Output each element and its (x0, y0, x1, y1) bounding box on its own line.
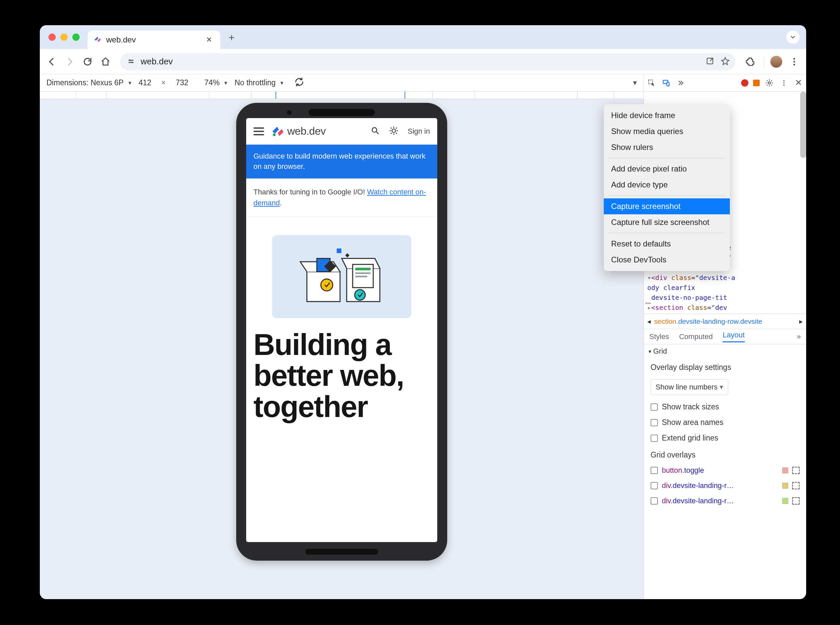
hero-heading: Building a better web, together (254, 330, 430, 423)
tab-close-icon[interactable]: ✕ (205, 36, 213, 44)
svg-point-3 (793, 58, 795, 59)
settings-icon[interactable] (764, 78, 774, 88)
context-menu-item[interactable]: Add device pixel ratio (604, 161, 730, 177)
checkbox[interactable] (650, 482, 658, 489)
checkbox-label: Extend grid lines (662, 434, 718, 443)
page-content[interactable]: web.dev Sign in Guidance to build modern… (246, 118, 437, 542)
close-devtools-icon[interactable]: ✕ (793, 78, 804, 88)
window-controls (48, 34, 79, 41)
checkbox-row[interactable]: Show track sizes (644, 399, 806, 415)
device-toolbar-more[interactable]: ▾ (633, 78, 637, 87)
context-menu-item[interactable]: Show media queries (604, 123, 730, 139)
menu-icon[interactable] (254, 127, 264, 135)
checkbox[interactable] (650, 435, 658, 442)
context-menu-item[interactable]: Close DevTools (604, 252, 730, 268)
site-logo[interactable]: web.dev (271, 124, 326, 138)
close-window-button[interactable] (48, 34, 56, 41)
zoom-select[interactable]: 74% (204, 78, 227, 87)
checkbox[interactable] (650, 403, 658, 411)
scrollbar[interactable] (800, 92, 806, 158)
device-toolbar: Dimensions: Nexus 6P 412 × 732 74% No th… (40, 74, 644, 92)
device-toolbar-context-menu: Hide device frameShow media queriesShow … (604, 104, 730, 271)
back-button[interactable] (44, 54, 60, 70)
minimize-window-button[interactable] (61, 34, 68, 41)
rotate-icon[interactable] (294, 77, 305, 89)
throttling-select[interactable]: No throttling (235, 78, 283, 87)
device-height[interactable]: 732 (176, 78, 188, 87)
svg-point-11 (321, 279, 333, 291)
checkbox-row[interactable]: Extend grid lines (644, 430, 806, 446)
warning-badge[interactable] (753, 79, 760, 86)
share-icon[interactable] (706, 57, 714, 67)
tabs-overflow-button[interactable] (786, 31, 800, 44)
context-menu-item[interactable]: Capture screenshot (604, 198, 730, 214)
svg-rect-16 (355, 276, 367, 277)
new-tab-button[interactable]: ＋ (227, 33, 236, 42)
forward-button[interactable] (62, 54, 78, 70)
inspect-icon[interactable] (647, 78, 656, 88)
context-menu-item[interactable]: Add device type (604, 177, 730, 193)
hero: Building a better web, together (246, 330, 437, 423)
svg-point-17 (355, 289, 365, 300)
device-mode-icon[interactable] (661, 78, 671, 88)
profile-avatar[interactable] (770, 56, 782, 68)
overlay-row[interactable]: div.devsite-landing-r… (644, 493, 806, 508)
line-numbers-select[interactable]: Show line numbers (650, 379, 728, 395)
context-menu-item[interactable]: Show rulers (604, 139, 730, 155)
home-button[interactable] (98, 54, 114, 70)
context-menu-item[interactable]: Capture full size screenshot (604, 214, 730, 230)
checkbox[interactable] (650, 467, 658, 474)
earpiece (308, 109, 375, 116)
highlight-icon[interactable] (792, 497, 800, 505)
fullscreen-window-button[interactable] (72, 34, 79, 41)
overlay-row[interactable]: div.devsite-landing-r… (644, 478, 806, 493)
styles-tabs: Styles Computed Layout » (644, 329, 806, 344)
color-swatch[interactable] (782, 483, 788, 489)
highlight-icon[interactable] (792, 482, 800, 489)
bc-right-icon[interactable]: ▸ (799, 317, 803, 325)
browser-tab[interactable]: web.dev ✕ (87, 31, 220, 49)
overlay-settings-label: Overlay display settings (644, 358, 806, 375)
highlight-icon[interactable] (792, 467, 800, 474)
checkbox-row[interactable]: Show area names (644, 415, 806, 430)
overlay-row[interactable]: button.toggle (644, 463, 806, 478)
bc-left-icon[interactable]: ◂ (647, 317, 651, 325)
ruler-horizontal (40, 92, 644, 99)
notice-suffix: . (280, 199, 282, 207)
elements-breadcrumb[interactable]: ◂ section.devsite-landing-row.devsite ▸ (644, 314, 806, 329)
svg-point-4 (793, 61, 795, 62)
omnibox[interactable]: web.dev (120, 53, 736, 70)
notice-text: Thanks for tuning in to Google I/O! (254, 188, 367, 196)
device-select[interactable]: Dimensions: Nexus 6P (47, 78, 131, 87)
error-badge[interactable] (741, 79, 748, 87)
device-width[interactable]: 412 (138, 78, 151, 87)
tabs-overflow-icon[interactable] (676, 78, 686, 88)
sign-in-link[interactable]: Sign in (408, 127, 430, 136)
svg-rect-15 (355, 272, 370, 274)
devtools-menu-icon[interactable] (779, 78, 789, 88)
bookmark-icon[interactable] (721, 57, 730, 67)
color-swatch[interactable] (782, 467, 788, 473)
svg-point-26 (783, 84, 785, 86)
reload-button[interactable] (79, 54, 96, 70)
tab-styles[interactable]: Styles (649, 333, 669, 341)
tab-computed[interactable]: Computed (679, 333, 713, 341)
site-info-icon[interactable] (126, 57, 136, 67)
svg-rect-22 (667, 82, 669, 86)
bc-class: .devsite-landing-row.devsite (677, 317, 762, 325)
theme-icon[interactable] (389, 126, 398, 137)
context-menu-item[interactable]: Hide device frame (604, 107, 730, 123)
search-icon[interactable] (370, 126, 380, 137)
color-swatch[interactable] (782, 498, 788, 504)
browser-menu-icon[interactable] (786, 54, 802, 70)
svg-rect-19 (345, 253, 350, 257)
checkbox[interactable] (650, 419, 658, 426)
devtools-tabbar: ✕ (644, 74, 806, 92)
extensions-icon[interactable] (742, 54, 758, 70)
context-menu-item[interactable]: Reset to defaults (604, 236, 730, 252)
tab-strip: web.dev ✕ ＋ (40, 25, 806, 49)
styles-more-icon[interactable]: » (797, 333, 801, 341)
checkbox[interactable] (650, 497, 658, 505)
tab-layout[interactable]: Layout (723, 331, 744, 342)
grid-section[interactable]: Grid (644, 344, 806, 358)
